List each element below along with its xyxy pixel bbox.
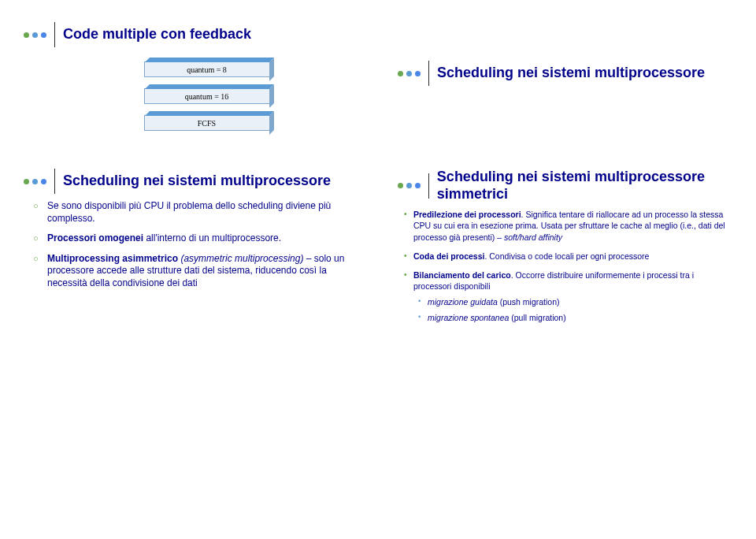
divider-icon: [428, 173, 429, 199]
queue-box-1: quantum = 8: [144, 61, 270, 77]
bullet-item: Coda dei processi. Condivisa o code loca…: [413, 251, 732, 262]
slide-title: Code multiple con feedback: [63, 26, 251, 43]
slide-title: Scheduling nei sistemi multiprocessore s…: [437, 169, 732, 203]
slide-top-left: Code multiple con feedback quantum = 8 q…: [16, 16, 366, 139]
divider-icon: [428, 61, 429, 86]
queue-box-3: FCFS: [144, 115, 270, 131]
title-row: Scheduling nei sistemi multiprocessore s…: [398, 169, 732, 203]
slide-title: Scheduling nei sistemi multiprocessore: [437, 65, 705, 82]
title-row: Scheduling nei sistemi multiprocessore: [398, 61, 705, 86]
bullet-text: (push migration): [498, 297, 560, 307]
bullet-item: Predilezione dei processori. Significa t…: [413, 209, 732, 243]
term: Bilanciamento del carico: [413, 270, 511, 280]
italic-text: (asymmetric multiprocessing): [180, 253, 303, 264]
queue-box-2: quantum = 16: [144, 88, 270, 104]
bullet-text: . Condivisa o code locali per ogni proce…: [484, 251, 649, 261]
slide-body: Se sono disponibili più CPU il problema …: [24, 200, 358, 290]
slide-body: Predilezione dei processori. Significa t…: [398, 209, 732, 323]
bullet-item: Multiprocessing asimmetrico (asymmetric …: [47, 253, 358, 290]
sub-bullet: migrazione guidata (push migration): [428, 296, 732, 307]
slide-top-right: Scheduling nei sistemi multiprocessore: [390, 16, 740, 139]
bullet-dots-icon: [398, 183, 421, 188]
bullet-text: all'interno di un multiprocessore.: [143, 232, 281, 243]
term: Processori omogenei: [47, 232, 143, 243]
queue-diagram: quantum = 8 quantum = 16 FCFS: [24, 54, 358, 131]
slide-title: Scheduling nei sistemi multiprocessore: [63, 173, 331, 190]
italic-text: soft/hard affinity: [504, 232, 562, 242]
bullet-dots-icon: [24, 32, 46, 38]
divider-icon: [54, 22, 55, 47]
italic-text: migrazione guidata: [428, 297, 498, 307]
divider-icon: [54, 169, 55, 194]
bullet-text: (pull migration): [509, 313, 565, 322]
title-row: Scheduling nei sistemi multiprocessore: [24, 169, 358, 194]
bullet-item: Processori omogenei all'interno di un mu…: [47, 232, 358, 245]
term: Coda dei processi: [413, 251, 484, 261]
slide-bottom-left: Scheduling nei sistemi multiprocessore S…: [16, 162, 366, 340]
sub-bullet: migrazione spontanea (pull migration): [428, 312, 732, 323]
slide-grid: Code multiple con feedback quantum = 8 q…: [16, 16, 740, 340]
bullet-dots-icon: [398, 71, 421, 76]
bullet-item: Bilanciamento del carico. Occorre distri…: [413, 270, 732, 324]
slide-bottom-right: Scheduling nei sistemi multiprocessore s…: [390, 162, 740, 340]
italic-text: migrazione spontanea: [428, 313, 509, 322]
title-row: Code multiple con feedback: [24, 22, 358, 47]
bullet-dots-icon: [24, 179, 46, 184]
term: Predilezione dei processori: [413, 210, 521, 219]
term: Multiprocessing asimmetrico: [47, 253, 180, 264]
bullet-text: Se sono disponibili più CPU il problema …: [47, 200, 331, 224]
bullet-item: Se sono disponibili più CPU il problema …: [47, 200, 358, 225]
